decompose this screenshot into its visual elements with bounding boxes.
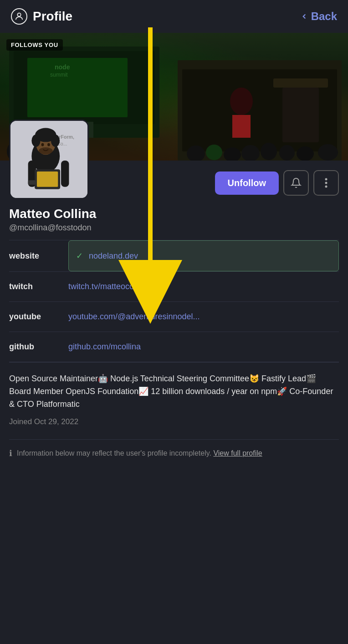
svg-point-24 [241, 145, 260, 161]
page-title: Profile [33, 9, 72, 24]
header: Profile Back [0, 0, 348, 33]
svg-point-25 [261, 143, 277, 160]
svg-point-26 [279, 145, 295, 161]
svg-point-39 [47, 143, 50, 146]
info-text: Information below may reflect the user's… [17, 448, 262, 459]
svg-rect-17 [282, 88, 319, 142]
svg-text:summit: summit [50, 72, 68, 78]
bio-text: Open Source Maintainer🤖 Node.js Technica… [9, 373, 339, 411]
svg-rect-42 [61, 161, 69, 187]
svg-point-28 [318, 144, 338, 161]
svg-rect-44 [37, 171, 58, 187]
back-label: Back [311, 10, 337, 23]
table-row: twitch twitch.tv/matteocollina [9, 272, 339, 302]
actions-row: Unfollow [215, 170, 339, 199]
table-row: youtube youtube.com/@adventuresinnodel..… [9, 302, 339, 332]
svg-point-47 [325, 182, 328, 184]
profile-top: NearForm, ing Co... [9, 161, 339, 207]
svg-point-23 [224, 147, 241, 162]
table-row: github github.com/mcollina [9, 332, 339, 362]
info-footer: ℹ Information below may reflect the user… [9, 439, 339, 467]
svg-point-2 [17, 13, 20, 16]
svg-rect-5 [27, 58, 128, 117]
link-label-github: github [9, 332, 68, 362]
svg-text:node: node [55, 63, 70, 71]
svg-point-46 [325, 178, 328, 181]
link-value-website[interactable]: ✓ nodeland.dev [68, 240, 339, 272]
link-value-github[interactable]: github.com/mcollina [68, 332, 339, 362]
back-button[interactable]: Back [300, 10, 337, 23]
svg-rect-45 [28, 180, 36, 185]
notification-button[interactable] [283, 170, 309, 196]
svg-rect-18 [273, 78, 328, 88]
info-description: Information below may reflect the user's… [17, 449, 211, 457]
svg-point-38 [41, 143, 44, 146]
checkmark-icon: ✓ [76, 251, 83, 260]
display-name: Matteo Collina [9, 207, 339, 221]
link-label-website: website [9, 240, 68, 272]
table-row: website ✓ nodeland.dev [9, 240, 339, 272]
svg-point-22 [206, 145, 222, 160]
profile-icon [11, 8, 27, 25]
link-value-youtube[interactable]: youtube.com/@adventuresinnodel... [68, 302, 339, 332]
svg-point-27 [297, 146, 314, 161]
svg-rect-20 [232, 115, 251, 138]
header-left: Profile [11, 8, 72, 25]
svg-point-36 [31, 135, 40, 147]
view-full-profile-link[interactable]: View full profile [213, 449, 262, 457]
username: @mcollina@fosstodon [9, 223, 339, 233]
svg-point-37 [51, 135, 60, 147]
follows-you-badge: FOLLOWS YOU [6, 39, 63, 51]
link-value-twitch[interactable]: twitch.tv/matteocollina [68, 272, 339, 302]
unfollow-button[interactable]: Unfollow [215, 171, 279, 195]
svg-point-40 [39, 147, 53, 154]
joined-date: Joined Oct 29, 2022 [9, 417, 339, 426]
website-url[interactable]: nodeland.dev [89, 251, 138, 260]
bio-section: Open Source Maintainer🤖 Node.js Technica… [9, 362, 339, 439]
svg-point-19 [230, 88, 253, 115]
info-icon: ℹ [9, 448, 12, 458]
profile-section: NearForm, ing Co... [0, 161, 348, 467]
link-label-youtube: youtube [9, 302, 68, 332]
link-label-twitch: twitch [9, 272, 68, 302]
svg-point-21 [187, 145, 205, 162]
avatar: NearForm, ing Co... [9, 119, 89, 199]
svg-point-48 [325, 186, 328, 188]
links-table: website ✓ nodeland.dev twitch twitch.tv/… [9, 240, 339, 362]
more-options-button[interactable] [313, 170, 339, 196]
